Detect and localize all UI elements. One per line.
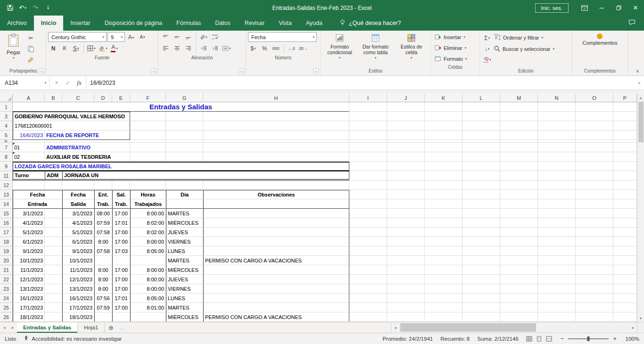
cell-A12[interactable] — [13, 180, 45, 190]
cell-M25[interactable] — [500, 303, 538, 312]
horizontal-scroll-thumb[interactable] — [400, 323, 536, 332]
cell-H7[interactable] — [203, 143, 349, 152]
vertical-scroll-thumb[interactable] — [638, 102, 644, 142]
ribbon-tab-vista[interactable]: Vista — [272, 16, 299, 31]
row-header-9[interactable]: 9 — [0, 162, 13, 171]
decrease-decimal-icon[interactable]: .00→ — [297, 43, 308, 53]
cell-J18[interactable] — [387, 237, 425, 246]
cell-P24[interactable] — [613, 294, 637, 303]
cell-I7[interactable] — [349, 143, 387, 152]
cell-H24[interactable] — [203, 294, 349, 303]
cell-I12[interactable] — [349, 180, 387, 190]
cell-J7[interactable] — [387, 143, 425, 152]
italic-button[interactable]: K — [59, 43, 70, 53]
cell-F16[interactable]: 8:02:00 — [130, 218, 166, 228]
cell-C24[interactable]: 16/1/2023 — [62, 294, 94, 303]
col-header-E[interactable]: E — [112, 94, 130, 102]
cell-J24[interactable] — [387, 294, 425, 303]
cell-J19[interactable] — [387, 246, 425, 256]
page-layout-view-icon[interactable] — [536, 336, 542, 342]
save-icon[interactable] — [4, 2, 16, 14]
autosum-icon[interactable]: Σ▾ — [482, 33, 492, 43]
cell-C13[interactable]: Fecha — [62, 190, 94, 199]
cell-D16[interactable]: 07:59 — [94, 218, 112, 228]
cell-J11[interactable] — [387, 171, 425, 180]
cell-F23[interactable]: 8:00:00 — [130, 284, 166, 294]
cell-H19[interactable] — [203, 246, 349, 256]
cell-L7[interactable] — [462, 143, 500, 152]
cell-N5[interactable] — [538, 131, 576, 140]
cell-L16[interactable] — [462, 218, 500, 228]
row-header-18[interactable]: 18 — [0, 237, 13, 246]
cell-J9[interactable] — [387, 162, 425, 171]
cell-M3[interactable] — [500, 112, 538, 121]
copy-icon[interactable] — [25, 44, 36, 54]
cell-L15[interactable] — [462, 209, 500, 218]
enter-icon[interactable]: ✓ — [62, 80, 74, 86]
collapse-ribbon-icon[interactable]: ∧ — [636, 68, 639, 74]
cell-H13[interactable]: Observaciones — [203, 190, 349, 199]
row-header-3[interactable]: 3 — [0, 112, 13, 121]
borders-icon[interactable]: ▾ — [86, 43, 97, 53]
cell-F21[interactable]: 8:00:00 — [130, 265, 166, 275]
align-center-icon[interactable] — [172, 43, 182, 53]
cell-E23[interactable]: 17:00 — [112, 284, 130, 294]
cell-P7[interactable] — [613, 143, 637, 152]
cell-H18[interactable] — [203, 237, 349, 246]
cell-K20[interactable] — [425, 256, 462, 265]
cell-P23[interactable] — [613, 284, 637, 294]
cell-P3[interactable] — [613, 112, 637, 121]
decrease-font-icon[interactable]: A▾ — [137, 32, 148, 42]
cell-D23[interactable]: 8:00 — [94, 284, 112, 294]
cell-D17[interactable]: 07:58 — [94, 228, 112, 237]
cell-A26[interactable]: 18/1/2023 — [13, 312, 45, 322]
cell-G4[interactable] — [166, 121, 203, 131]
cell-E16[interactable]: 17:01 — [112, 218, 130, 228]
col-header-B[interactable]: B — [45, 94, 62, 102]
cancel-icon[interactable]: × — [51, 80, 62, 86]
cell-K9[interactable] — [425, 162, 462, 171]
cell-N25[interactable] — [538, 303, 576, 312]
cell-K5[interactable] — [425, 131, 462, 140]
cell-J23[interactable] — [387, 284, 425, 294]
cell-B11[interactable]: ADM — [45, 171, 62, 180]
cell-K21[interactable] — [425, 265, 462, 275]
cell-D20[interactable] — [94, 256, 112, 265]
cell-L13[interactable] — [462, 190, 500, 199]
ribbon-tab-disposici-n-de-p-gina[interactable]: Disposición de página — [98, 16, 169, 31]
font-name-select[interactable]: Century Gothic▾ — [48, 32, 107, 42]
row-header-22[interactable]: 22 — [0, 275, 13, 284]
cell-H15[interactable] — [203, 209, 349, 218]
cell-E24[interactable]: 17:01 — [112, 294, 130, 303]
cell-D24[interactable]: 07:56 — [94, 294, 112, 303]
cell-F15[interactable]: 8:00:00 — [130, 209, 166, 218]
cell-F5[interactable] — [130, 131, 166, 140]
cell-M12[interactable] — [500, 180, 538, 190]
cell-A5[interactable]: 16/6/2023 — [13, 131, 45, 140]
cell-E25[interactable]: 17:00 — [112, 303, 130, 312]
bold-button[interactable]: N — [48, 43, 58, 53]
accessibility-status[interactable]: Accesibilidad: es necesario investigar — [24, 336, 122, 342]
cell-C20[interactable]: 10/1/2023 — [62, 256, 94, 265]
cell-K8[interactable] — [425, 152, 462, 162]
cell-K12[interactable] — [425, 180, 462, 190]
cell-I19[interactable] — [349, 246, 387, 256]
cell-B12[interactable] — [45, 180, 62, 190]
cell-M22[interactable] — [500, 275, 538, 284]
cell-G26[interactable]: MIÉRCOLES — [166, 312, 203, 322]
cell-G20[interactable]: MARTES — [166, 256, 203, 265]
addins-button[interactable]: Complementos — [579, 32, 621, 47]
comments-icon[interactable] — [628, 19, 636, 27]
cell-F7[interactable] — [130, 143, 166, 152]
sheet-nav-left-icon[interactable]: ◂ — [0, 322, 8, 333]
cell-L18[interactable] — [462, 237, 500, 246]
cell-F12[interactable] — [130, 180, 166, 190]
cell-B24[interactable] — [45, 294, 62, 303]
cell-L14[interactable] — [462, 199, 500, 209]
font-size-select[interactable]: 9▾ — [107, 32, 125, 42]
cell-N18[interactable] — [538, 237, 576, 246]
cell-A7[interactable]: 01 — [13, 143, 45, 152]
cell-H21[interactable] — [203, 265, 349, 275]
col-header-L[interactable]: L — [462, 94, 500, 102]
cell-G25[interactable]: MARTES — [166, 303, 203, 312]
